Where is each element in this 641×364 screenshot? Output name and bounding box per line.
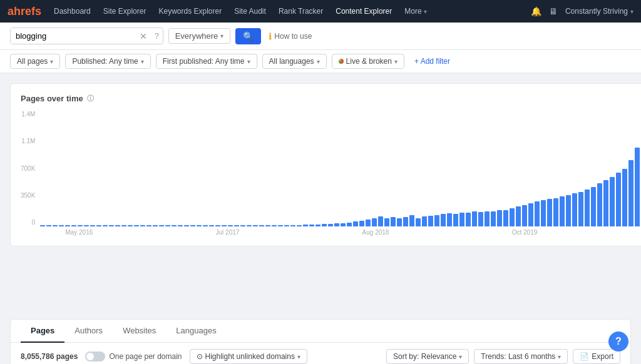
chart-bar <box>165 225 170 226</box>
chart-bar <box>322 224 327 226</box>
nav-content-explorer[interactable]: Content Explorer <box>331 4 397 18</box>
search-button[interactable]: 🔍 <box>235 28 261 44</box>
chart-bar <box>635 148 640 226</box>
chart-bar <box>560 196 565 226</box>
chart-bar <box>78 225 83 226</box>
chart-bar <box>172 225 177 226</box>
tab-languages[interactable]: Languages <box>166 320 226 343</box>
search-input[interactable] <box>11 28 136 44</box>
chart-bar <box>366 220 371 226</box>
filter-bar: All pages ▾ Published: Any time ▾ First … <box>0 50 641 73</box>
tab-pages[interactable]: Pages <box>21 320 64 343</box>
chart-bar <box>40 225 45 226</box>
chart-bar <box>522 205 527 226</box>
chart-bar <box>510 208 515 226</box>
first-published-filter[interactable]: First published: Any time ▾ <box>156 54 257 69</box>
scope-dropdown[interactable]: Everywhere ▾ <box>168 28 231 44</box>
chart-bar <box>553 198 558 226</box>
chart-bar <box>215 225 220 226</box>
live-broken-filter[interactable]: Live & broken ▾ <box>332 54 404 69</box>
chart-bar <box>466 213 471 226</box>
tab-websites[interactable]: Websites <box>113 320 166 343</box>
chart-bar <box>190 225 195 226</box>
highlight-icon: ⊙ <box>197 352 203 361</box>
one-page-toggle[interactable]: One page per domain <box>85 351 182 361</box>
nav-dashboard[interactable]: Dashboard <box>49 4 96 18</box>
top-nav: ahrefs Dashboard Site Explorer Keywords … <box>0 0 641 23</box>
export-icon: 📄 <box>580 352 589 361</box>
languages-filter[interactable]: All languages ▾ <box>262 54 327 69</box>
chart-bar <box>96 225 101 226</box>
bell-icon[interactable]: 🔔 <box>531 6 541 16</box>
chart-bar <box>178 225 183 226</box>
chart-bar <box>284 225 289 226</box>
chart-bar <box>572 193 577 226</box>
chart-bar <box>453 214 458 226</box>
table-controls: 8,055,786 pages One page per domain ⊙ Hi… <box>11 343 630 364</box>
chart-bar <box>503 210 508 226</box>
chart-bar <box>341 223 346 226</box>
search-input-wrap: ✕ ? <box>10 28 163 44</box>
chart-bar <box>616 173 621 226</box>
pages-over-time-chart: Pages over time ⓘ 1.4M 1.1M 700K 350K 0 … <box>10 83 641 246</box>
search-help-icon[interactable]: ? <box>151 32 163 41</box>
logo: ahrefs <box>8 5 41 18</box>
help-bubble[interactable]: ? <box>608 331 628 351</box>
chart-bar <box>384 218 389 226</box>
sort-select[interactable]: Sort by: Relevance ▾ <box>386 349 469 364</box>
chart-bar <box>603 180 608 226</box>
how-to-use[interactable]: ℹ How to use <box>269 31 312 41</box>
nav-more[interactable]: More ▾ <box>399 4 432 18</box>
clear-icon[interactable]: ✕ <box>136 31 151 41</box>
trends-select[interactable]: Trends: Last 6 months ▾ <box>474 349 568 364</box>
help-icon: ℹ <box>269 31 272 41</box>
chart-bar <box>597 183 602 226</box>
highlight-unlinked-btn[interactable]: ⊙ Highlight unlinked domains ▾ <box>190 349 307 364</box>
published-filter[interactable]: Published: Any time ▾ <box>65 54 150 69</box>
chart-bar <box>115 225 120 226</box>
main-content: Pages over time ⓘ 1.4M 1.1M 700K 350K 0 … <box>0 73 641 319</box>
chart-bar <box>53 225 58 226</box>
chart-bar <box>290 225 295 226</box>
chart-bar <box>591 187 596 226</box>
chart-y-axis: 1.4M 1.1M 700K 350K 0 <box>21 111 40 236</box>
chart-bar <box>209 225 214 226</box>
chart-bar <box>328 224 333 226</box>
chart-title: Pages over time ⓘ <box>21 94 641 103</box>
export-button[interactable]: 📄 Export <box>573 349 620 364</box>
all-pages-filter[interactable]: All pages ▾ <box>10 54 60 69</box>
page-count: 8,055,786 pages <box>21 352 78 361</box>
chart-help-icon[interactable]: ⓘ <box>87 94 94 103</box>
chart-bar <box>403 217 408 226</box>
chart-bar <box>491 211 496 226</box>
chart-bar <box>153 225 158 226</box>
chart-bar <box>397 218 402 226</box>
chart-bar <box>46 225 51 226</box>
nav-site-audit[interactable]: Site Audit <box>229 4 271 18</box>
chart-bar <box>441 214 446 226</box>
chart-bar <box>159 225 164 226</box>
chart-bar <box>422 216 427 226</box>
chart-bar <box>434 215 439 227</box>
chart-bar <box>334 223 339 226</box>
nav-rank-tracker[interactable]: Rank Tracker <box>274 4 328 18</box>
nav-keywords-explorer[interactable]: Keywords Explorer <box>153 4 227 18</box>
chart-bar <box>109 225 114 226</box>
toggle-switch[interactable] <box>85 351 105 361</box>
monitor-icon[interactable]: 🖥 <box>549 6 558 16</box>
chart-bar <box>297 225 302 226</box>
chart-bar <box>84 225 89 226</box>
chart-bar <box>497 210 502 226</box>
chart-bar <box>485 211 490 226</box>
chart-bar <box>121 225 126 226</box>
chart-bar <box>234 225 239 226</box>
chart-bar <box>134 225 139 226</box>
chart-bar <box>65 225 70 226</box>
toggle-label: One page per domain <box>109 352 182 361</box>
chart-bar <box>378 216 383 226</box>
tab-authors[interactable]: Authors <box>64 320 113 343</box>
user-menu[interactable]: Constantly Striving ▾ <box>565 7 633 16</box>
nav-site-explorer[interactable]: Site Explorer <box>98 4 151 18</box>
add-filter-btn[interactable]: + Add filter <box>409 54 455 68</box>
chart-bar <box>353 221 358 226</box>
